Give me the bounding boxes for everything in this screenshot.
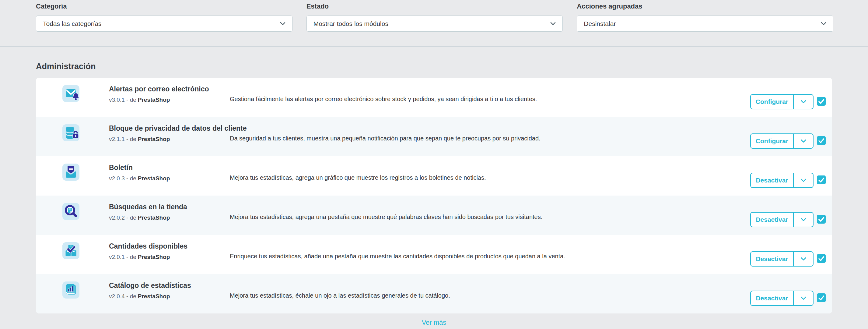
module-action-button[interactable]: Desactivar	[751, 173, 794, 187]
status-filter-label: Estado	[307, 2, 563, 10]
check-icon	[817, 97, 826, 106]
see-more-link[interactable]: Ver más	[422, 319, 446, 327]
check-icon	[817, 293, 826, 302]
chevron-down-icon	[800, 257, 807, 261]
module-version: v3.0.1 - dePrestaShop	[109, 96, 209, 104]
module-row: Búsquedas en la tienda v2.0.2 - dePresta…	[36, 196, 832, 235]
module-action-split-button: Desactivar	[750, 251, 813, 267]
database-lock-icon	[62, 124, 80, 141]
filter-status: Estado Mostrar todos los módulos	[307, 2, 563, 32]
module-author: PrestaShop	[138, 175, 170, 182]
search-shop-icon	[62, 203, 80, 220]
module-action-dropdown-toggle[interactable]	[794, 252, 813, 266]
module-title: Bloque de privacidad de datos del client…	[109, 124, 247, 133]
module-select-checkbox[interactable]	[817, 175, 826, 184]
module-select-checkbox[interactable]	[817, 97, 826, 106]
module-version-number: v2.1.1 - de	[109, 136, 136, 142]
module-action-split-button: Desactivar	[750, 291, 813, 306]
module-select-checkbox[interactable]	[817, 215, 826, 224]
module-description: Mejora tus estadísticas, agrega un gráfi…	[230, 174, 741, 182]
module-version-number: v2.0.2 - de	[109, 215, 136, 221]
chevron-down-icon	[800, 179, 807, 182]
boxes-check-icon	[62, 242, 80, 259]
module-version-number: v2.0.4 - de	[109, 293, 136, 299]
chevron-down-icon	[800, 139, 807, 143]
module-info: Búsquedas en la tienda v2.0.2 - dePresta…	[109, 202, 187, 221]
module-description: Enriquece tus estadísticas, añade una pe…	[230, 252, 741, 260]
module-select-checkbox[interactable]	[817, 136, 826, 145]
module-info: Boletín v2.0.3 - dePrestaShop	[109, 163, 170, 182]
module-version-number: v3.0.1 - de	[109, 97, 136, 103]
check-icon	[817, 215, 826, 224]
module-action-button[interactable]: Desactivar	[751, 291, 794, 305]
check-icon	[817, 254, 826, 263]
module-title: Boletín	[109, 163, 170, 172]
status-select[interactable]: Mostrar todos los módulos	[307, 16, 563, 32]
section-title: Administración	[36, 62, 868, 71]
module-description: Gestiona fácilmente las alertas por corr…	[230, 95, 741, 103]
module-title: Alertas por correo electrónico	[109, 84, 209, 93]
chevron-down-icon	[800, 296, 807, 300]
module-info: Bloque de privacidad de datos del client…	[109, 124, 247, 143]
module-select-checkbox[interactable]	[817, 254, 826, 263]
module-info: Alertas por correo electrónico v3.0.1 - …	[109, 84, 209, 104]
filter-bar: Categoría Todas las categorías Estado Mo…	[0, 0, 868, 32]
module-action-dropdown-toggle[interactable]	[794, 173, 813, 187]
module-title: Cantidades disponibles	[109, 242, 187, 251]
module-title: Búsquedas en la tienda	[109, 202, 187, 212]
email-alert-icon	[62, 85, 80, 102]
module-row: Bloque de privacidad de datos del client…	[36, 117, 832, 156]
category-select-value: Todas las categorías	[43, 20, 102, 27]
chevron-down-icon	[800, 218, 807, 221]
module-version: v2.0.2 - dePrestaShop	[109, 214, 187, 221]
status-select-value: Mostrar todos los módulos	[313, 20, 389, 27]
module-list-card: Alertas por correo electrónico v3.0.1 - …	[36, 78, 832, 313]
stats-book-icon	[62, 281, 80, 299]
module-version-number: v2.0.1 - de	[109, 254, 136, 260]
module-action-button[interactable]: Desactivar	[751, 252, 794, 266]
filter-bulk-actions: Acciones agrupadas Desinstalar	[577, 2, 833, 32]
module-action-split-button: Configurar	[750, 133, 813, 149]
module-info: Cantidades disponibles v2.0.1 - dePresta…	[109, 242, 187, 261]
module-version: v2.0.4 - dePrestaShop	[109, 293, 191, 300]
horizontal-divider	[0, 46, 868, 47]
bulk-actions-select-value: Desinstalar	[584, 20, 616, 27]
check-icon	[817, 175, 826, 184]
module-author: PrestaShop	[138, 293, 170, 299]
module-author: PrestaShop	[138, 215, 170, 221]
module-action-dropdown-toggle[interactable]	[794, 95, 813, 109]
module-description: Mejora tus estadísticas, échale un ojo a…	[230, 292, 741, 299]
module-action-dropdown-toggle[interactable]	[794, 213, 813, 227]
module-row: Cantidades disponibles v2.0.1 - dePresta…	[36, 235, 832, 274]
module-action-button[interactable]: Desactivar	[751, 213, 794, 227]
see-more-container: Ver más	[0, 319, 868, 327]
category-filter-label: Categoría	[36, 2, 292, 10]
module-author: PrestaShop	[138, 136, 170, 142]
module-action-split-button: Desactivar	[750, 212, 813, 227]
module-row: Alertas por correo electrónico v3.0.1 - …	[36, 78, 832, 117]
module-version: v2.0.1 - dePrestaShop	[109, 253, 187, 261]
module-description: Mejora tus estadísticas, agrega una pest…	[230, 213, 741, 221]
module-action-dropdown-toggle[interactable]	[794, 291, 813, 305]
chevron-down-icon	[280, 22, 285, 25]
module-action-button[interactable]: Configurar	[751, 95, 794, 109]
module-version-number: v2.0.3 - de	[109, 175, 136, 182]
filter-category: Categoría Todas las categorías	[36, 2, 292, 32]
check-icon	[817, 136, 826, 145]
module-description: Da seguridad a tus clientes, muestra una…	[230, 134, 741, 142]
chevron-down-icon	[800, 100, 807, 104]
bulk-actions-select[interactable]: Desinstalar	[577, 16, 833, 32]
module-action-dropdown-toggle[interactable]	[794, 134, 813, 148]
module-row: Boletín v2.0.3 - dePrestaShop Mejora tus…	[36, 156, 832, 196]
bulk-actions-filter-label: Acciones agrupadas	[577, 2, 833, 10]
module-action-split-button: Desactivar	[750, 173, 813, 188]
module-author: PrestaShop	[138, 97, 170, 103]
category-select[interactable]: Todas las categorías	[36, 16, 292, 32]
module-select-checkbox[interactable]	[817, 293, 826, 302]
module-author: PrestaShop	[138, 254, 170, 260]
module-action-split-button: Configurar	[750, 94, 813, 109]
module-row: Catálogo de estadísticas v2.0.4 - dePres…	[36, 274, 832, 313]
newsletter-icon	[62, 164, 80, 181]
module-version: v2.0.3 - dePrestaShop	[109, 175, 170, 182]
module-action-button[interactable]: Configurar	[751, 134, 794, 148]
